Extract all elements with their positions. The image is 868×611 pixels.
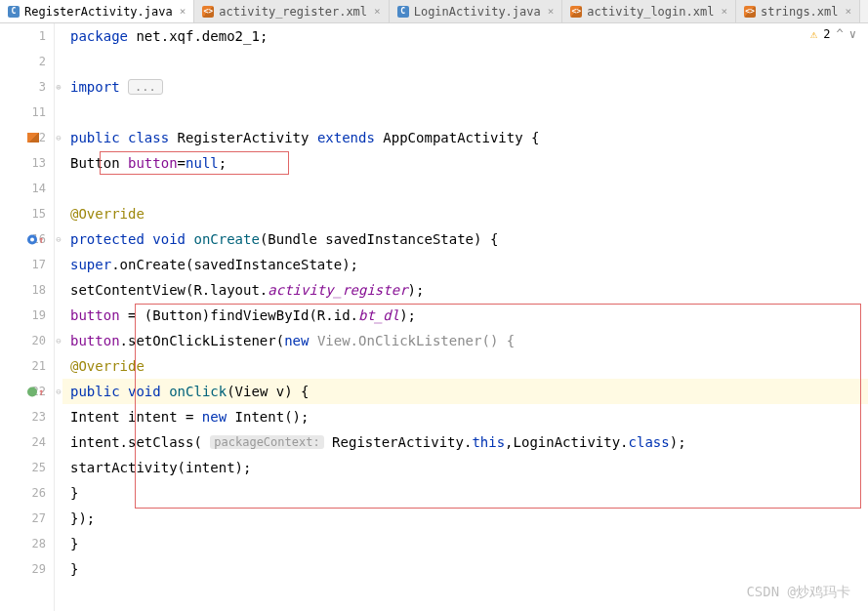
line-number[interactable]: 24 — [0, 429, 54, 455]
close-icon[interactable]: × — [721, 5, 727, 18]
line-number[interactable]: 28 — [0, 531, 54, 556]
gutter: 1 2 3 11 12 13 14 15 ↑16 17 18 19 20 21 … — [0, 23, 55, 611]
tab-label: RegisterActivity.java — [24, 5, 173, 19]
line-number[interactable]: 26 — [0, 480, 54, 506]
line-number[interactable]: 13 — [0, 150, 54, 176]
up-arrow-icon[interactable]: ↑ — [38, 234, 44, 245]
related-xml-icon[interactable] — [27, 133, 39, 143]
parameter-hint: packageContext: — [210, 435, 323, 449]
chevron-down-icon[interactable]: ∨ — [849, 27, 856, 41]
line-number[interactable]: ↑16 — [0, 226, 54, 252]
line-number[interactable]: 15 — [0, 201, 54, 226]
line-number[interactable]: 11 — [0, 100, 54, 125]
fold-toggle[interactable]: ⊕ — [55, 74, 62, 100]
tab-register-activity[interactable]: C RegisterActivity.java × — [0, 0, 194, 22]
line-number[interactable]: ↑22 — [0, 379, 54, 404]
fold-column: ⊕ ⊖ ⊖ ⊖ ⊖ — [55, 23, 62, 611]
tab-label: strings.xml — [761, 5, 838, 19]
line-number[interactable]: 2 — [0, 49, 54, 74]
folded-imports[interactable]: ... — [128, 79, 163, 95]
editor: 1 2 3 11 12 13 14 15 ↑16 17 18 19 20 21 … — [0, 23, 868, 611]
line-number[interactable]: 18 — [0, 277, 54, 303]
up-arrow-icon[interactable]: ↑ — [38, 387, 44, 397]
tab-activity-login-xml[interactable]: <> activity_login.xml × — [562, 0, 736, 22]
tab-label: LoginActivity.java — [414, 5, 541, 19]
chevron-up-icon[interactable]: ^ — [837, 27, 844, 41]
line-number[interactable]: 21 — [0, 353, 54, 379]
line-number[interactable]: 20 — [0, 328, 54, 353]
inspection-badge[interactable]: ⚠ 2 ^ ∨ — [810, 27, 856, 41]
close-icon[interactable]: × — [180, 5, 186, 18]
close-icon[interactable]: × — [374, 5, 381, 18]
line-number[interactable]: 19 — [0, 303, 54, 328]
line-number[interactable]: 17 — [0, 252, 54, 277]
line-number[interactable]: 29 — [0, 556, 54, 582]
tab-label: activity_login.xml — [587, 5, 714, 19]
line-number[interactable]: 14 — [0, 176, 54, 201]
implements-icon[interactable] — [27, 387, 37, 396]
tab-login-activity[interactable]: C LoginActivity.java × — [390, 0, 563, 22]
line-number[interactable]: 23 — [0, 404, 54, 429]
fold-toggle[interactable]: ⊖ — [55, 379, 62, 404]
fold-toggle[interactable]: ⊖ — [55, 226, 62, 252]
tab-activity-register-xml[interactable]: <> activity_register.xml × — [194, 0, 389, 22]
tabs-overflow-button[interactable]: ⋮ — [860, 0, 868, 22]
xml-file-icon: <> — [570, 6, 582, 18]
line-number[interactable]: 27 — [0, 506, 54, 531]
close-icon[interactable]: × — [846, 5, 852, 18]
tab-label: activity_register.xml — [219, 5, 367, 19]
fold-toggle[interactable]: ⊖ — [55, 125, 62, 150]
close-icon[interactable]: × — [548, 5, 555, 18]
fold-toggle[interactable]: ⊖ — [55, 328, 62, 353]
tab-strings-xml[interactable]: <> strings.xml × — [736, 0, 860, 22]
override-icon[interactable] — [27, 234, 37, 244]
tab-bar: C RegisterActivity.java × <> activity_re… — [0, 0, 868, 23]
warning-count: 2 — [823, 27, 830, 41]
xml-file-icon: <> — [744, 6, 756, 18]
fold-toggle[interactable] — [55, 23, 62, 49]
warning-icon: ⚠ — [810, 27, 817, 41]
code-area[interactable]: ⚠ 2 ^ ∨ package net.xqf.demo2_1; import … — [62, 23, 868, 611]
line-number[interactable]: 3 — [0, 74, 54, 100]
line-number[interactable]: 12 — [0, 125, 54, 150]
line-number[interactable]: 1 — [0, 23, 54, 49]
java-file-icon: C — [8, 6, 20, 18]
line-number[interactable]: 25 — [0, 455, 54, 480]
java-file-icon: C — [397, 6, 409, 18]
xml-file-icon: <> — [202, 6, 214, 18]
